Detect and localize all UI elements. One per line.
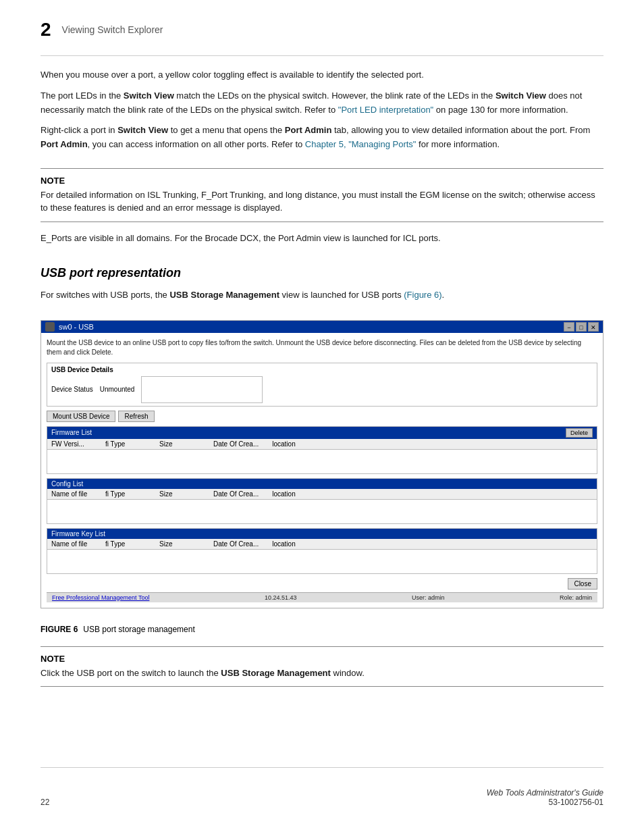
switch-view-bold1: Switch View <box>124 90 174 101</box>
fwkey-list-header: Firmware Key List <box>47 529 597 539</box>
note-box-1: NOTE For detailed information on ISL Tru… <box>41 168 603 222</box>
paragraph-right-click: Right-click a port in Switch View to get… <box>41 124 603 152</box>
config-col-headers: Name of file fi Type Size Date Of Crea..… <box>47 489 597 500</box>
firmware-list-section: Firmware List Delete FW Versi... fi Type… <box>47 426 597 474</box>
device-status-row: Device Status Unmounted <box>51 376 593 403</box>
usb-device-details-section: USB Device Details Device Status Unmount… <box>47 363 597 407</box>
refresh-button[interactable]: Refresh <box>118 411 154 422</box>
note1-text: For detailed information on ISL Trunking… <box>41 188 603 215</box>
fwkey-col-headers: Name of file fi Type Size Date Of Crea..… <box>47 539 597 550</box>
chapter5-link[interactable]: Chapter 5, "Managing Ports" <box>305 139 417 149</box>
fw-col-size: Size <box>159 440 200 448</box>
figure-caption: FIGURE 6 USB port storage management <box>41 625 603 634</box>
chapter-header: 2 Viewing Switch Explorer <box>41 20 603 42</box>
cfg-col-name: Name of file <box>51 490 92 498</box>
minimize-button[interactable]: − <box>564 322 574 332</box>
config-list-header: Config List <box>47 479 597 489</box>
port-admin-bold2: Port Admin <box>41 139 88 149</box>
paragraph-usb-intro: For switches with USB ports, the USB Sto… <box>41 288 603 303</box>
fwkey-col-date: Date Of Crea... <box>213 540 259 548</box>
usb-device-details-title: USB Device Details <box>51 366 593 373</box>
mount-refresh-row: Mount USB Device Refresh <box>47 411 597 422</box>
firmware-list-title: Firmware List <box>51 429 92 436</box>
fwkey-col-type: fi Type <box>105 540 146 548</box>
fwkey-col-name: Name of file <box>51 540 92 548</box>
fwkey-col-size: Size <box>159 540 200 548</box>
header-rule <box>41 55 603 56</box>
footer-doc-num: 53-1002756-01 <box>487 798 603 807</box>
figure-statusbar: Free Professional Management Tool 10.24.… <box>47 592 597 602</box>
fwkey-list-title: Firmware Key List <box>51 530 105 538</box>
switch-view-bold2: Switch View <box>495 90 546 101</box>
chapter-number: 2 <box>41 20 51 39</box>
close-window-button[interactable]: ✕ <box>588 322 599 332</box>
status-role: Role: admin <box>560 594 592 601</box>
firmware-delete-button[interactable]: Delete <box>566 428 593 438</box>
fw-col-version: FW Versi... <box>51 440 92 448</box>
titlebar-buttons: − □ ✕ <box>564 322 599 332</box>
figure-label: FIGURE 6 <box>41 625 78 634</box>
figure-info-text: Mount the USB device to an online USB po… <box>47 338 597 357</box>
mount-usb-button[interactable]: Mount USB Device <box>47 411 115 422</box>
page: 2 Viewing Switch Explorer When you mouse… <box>0 0 644 834</box>
cfg-col-date: Date Of Crea... <box>213 490 259 498</box>
port-admin-bold1: Port Admin <box>285 125 332 135</box>
cfg-col-size: Size <box>159 490 200 498</box>
paragraph-port-leds: The port LEDs in the Switch View match t… <box>41 89 603 118</box>
close-button[interactable]: Close <box>568 578 597 590</box>
figure-caption-text: USB port storage management <box>83 625 194 634</box>
fw-col-type: fi Type <box>105 440 146 448</box>
status-user: User: admin <box>412 594 445 601</box>
config-list-body <box>47 500 597 523</box>
firmware-list-body <box>47 450 597 473</box>
page-footer: 22 Web Tools Administrator's Guide 53-10… <box>41 767 603 807</box>
status-ip: 10.24.51.43 <box>265 594 297 601</box>
firmware-col-headers: FW Versi... fi Type Size Date Of Crea...… <box>47 439 597 450</box>
maximize-button[interactable]: □ <box>576 322 587 332</box>
figure-usb: sw0 - USB − □ ✕ Mount the USB device to … <box>41 320 603 608</box>
device-value-box <box>141 376 263 403</box>
fwkey-list-body <box>47 550 597 573</box>
cfg-col-type: fi Type <box>105 490 146 498</box>
note-box-2: NOTE Click the USB port on the switch to… <box>41 646 603 687</box>
footer-doc-title: Web Tools Administrator's Guide <box>487 788 603 798</box>
fw-col-date: Date Of Crea... <box>213 440 259 448</box>
figure6-link[interactable]: (Figure 6) <box>404 290 441 300</box>
figure-body: Mount the USB device to an online USB po… <box>41 333 603 608</box>
status-link[interactable]: Free Professional Management Tool <box>52 594 149 601</box>
device-status-value: Unmounted <box>100 386 135 393</box>
cfg-col-location: location <box>272 490 313 498</box>
config-list-title: Config List <box>51 480 83 488</box>
window-icon <box>45 322 55 332</box>
note2-text: Click the USB port on the switch to laun… <box>41 667 603 680</box>
paragraph-mouse-over: When you mouse over a port, a yellow col… <box>41 68 603 82</box>
fwkey-list-section: Firmware Key List Name of file fi Type S… <box>47 528 597 574</box>
usb-storage-mgmt-bold: USB Storage Management <box>169 290 279 300</box>
note2-title: NOTE <box>41 654 603 664</box>
footer-doc-info: Web Tools Administrator's Guide 53-10027… <box>487 788 603 807</box>
firmware-list-header: Firmware List Delete <box>47 427 597 439</box>
chapter-title: Viewing Switch Explorer <box>62 24 163 35</box>
close-row: Close <box>47 578 597 590</box>
page-number: 22 <box>41 798 49 807</box>
port-led-link[interactable]: "Port LED interpretation" <box>338 105 433 115</box>
config-list-section: Config List Name of file fi Type Size Da… <box>47 478 597 524</box>
paragraph-eports: E_Ports are visible in all domains. For … <box>41 232 603 246</box>
figure-titlebar: sw0 - USB − □ ✕ <box>41 321 603 333</box>
fwkey-col-location: location <box>272 540 313 548</box>
note1-title: NOTE <box>41 176 603 186</box>
usb-storage-mgmt-bold2: USB Storage Management <box>221 668 331 678</box>
device-status-label: Device Status <box>51 386 93 393</box>
section-heading-usb: USB port representation <box>41 266 603 280</box>
titlebar-left: sw0 - USB <box>45 322 94 332</box>
titlebar-title: sw0 - USB <box>59 323 94 331</box>
switch-view-bold3: Switch View <box>117 125 168 135</box>
fw-col-location: location <box>272 440 313 448</box>
